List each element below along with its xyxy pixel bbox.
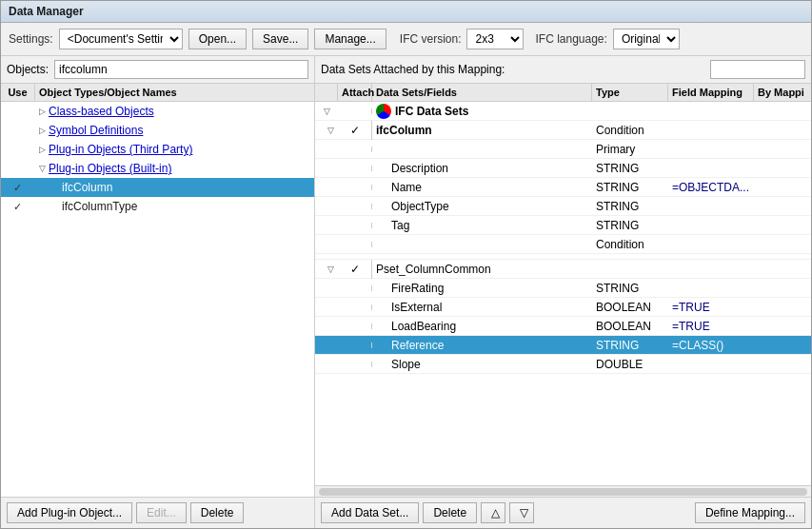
- data-row[interactable]: ObjectType STRING: [315, 197, 811, 216]
- tree-item-label[interactable]: Symbol Definitions: [49, 124, 143, 137]
- data-row[interactable]: Tag STRING: [315, 216, 811, 235]
- type-label: BOOLEAN: [596, 301, 651, 314]
- expand-icon[interactable]: ▽: [315, 107, 338, 116]
- type-label: STRING: [596, 200, 639, 213]
- settings-select[interactable]: <Document's Setting: [59, 29, 183, 49]
- fieldmap-value: =TRUE: [672, 320, 710, 333]
- ifc-language-select[interactable]: Original: [613, 29, 680, 49]
- dataset-name-cell: ifcColumn: [372, 124, 592, 137]
- type-cell: STRING: [592, 282, 668, 295]
- data-row[interactable]: Name STRING =OBJECTDA...: [315, 178, 811, 197]
- type-cell: Primary: [592, 143, 668, 156]
- data-row[interactable]: Description STRING: [315, 159, 811, 178]
- data-manager-window: Data Manager Settings: <Document's Setti…: [0, 0, 812, 529]
- right-search-input[interactable]: [710, 60, 805, 79]
- tree-row-selected[interactable]: ✓ ifcColumn: [1, 178, 314, 197]
- dataset-label: IsExternal: [391, 301, 442, 314]
- type-label: STRING: [596, 162, 639, 175]
- attach-cell: [338, 147, 372, 152]
- tree-item-label[interactable]: Plug-in Objects (Third Party): [49, 143, 192, 156]
- save-button[interactable]: Save...: [252, 29, 308, 49]
- tree-toggle-icon[interactable]: ▷: [35, 143, 49, 156]
- tree-toggle-icon[interactable]: ▷: [35, 105, 49, 118]
- right-panel-footer: Add Data Set... Delete △ ▽ Define Mappin…: [315, 497, 811, 528]
- data-row[interactable]: ▽ ✓ Pset_ColumnCommon: [315, 260, 811, 279]
- left-panel-header: Objects:: [1, 56, 314, 84]
- type-cell: STRING: [592, 162, 668, 175]
- fieldmap-cell: =OBJECTDA...: [668, 181, 754, 194]
- data-row[interactable]: Slope DOUBLE: [315, 355, 811, 374]
- dataset-label: IFC Data Sets: [395, 105, 468, 118]
- data-row[interactable]: LoadBearing BOOLEAN =TRUE: [315, 317, 811, 336]
- data-row[interactable]: ▽ ✓ ifcColumn Condition: [315, 121, 811, 140]
- dataset-label: Reference: [391, 339, 444, 352]
- horizontal-scrollbar[interactable]: [315, 485, 811, 497]
- attach-checkmark: ✓: [350, 263, 360, 276]
- tree-row[interactable]: ▽ Plug-in Objects (Built-in): [1, 159, 314, 178]
- type-label: Condition: [596, 124, 644, 137]
- move-down-button[interactable]: ▽: [509, 502, 534, 523]
- attach-cell: [338, 204, 372, 209]
- tree-row[interactable]: ▷ Class-based Objects: [1, 102, 314, 121]
- data-row[interactable]: Primary: [315, 140, 811, 159]
- data-row-selected[interactable]: Reference STRING =CLASS(): [315, 336, 811, 355]
- define-mapping-button[interactable]: Define Mapping...: [695, 502, 805, 523]
- tree-item-label[interactable]: Class-based Objects: [49, 105, 154, 118]
- tree-row[interactable]: ✓ ifcColumnType: [1, 197, 314, 216]
- col-expand-header: [315, 84, 338, 101]
- left-panel-footer: Add Plug-in Object... Edit... Delete: [1, 497, 314, 528]
- data-row[interactable]: Condition: [315, 235, 811, 254]
- delete-button[interactable]: Delete: [190, 502, 245, 523]
- tree-item-label[interactable]: Plug-in Objects (Built-in): [49, 162, 171, 175]
- tree-use-cell: ✓: [1, 201, 35, 213]
- scroll-thumb[interactable]: [319, 488, 807, 496]
- dataset-name-cell: LoadBearing: [372, 320, 592, 333]
- add-plugin-button[interactable]: Add Plug-in Object...: [7, 502, 132, 523]
- add-dataset-button[interactable]: Add Data Set...: [321, 502, 419, 523]
- dataset-label: LoadBearing: [391, 320, 456, 333]
- move-up-button[interactable]: △: [481, 502, 505, 523]
- data-table-header: Attach Data Sets/Fields Type Field Mappi…: [315, 84, 811, 102]
- dataset-label: Description: [391, 162, 448, 175]
- open-button[interactable]: Open...: [188, 29, 247, 49]
- dataset-name-cell: ObjectType: [372, 200, 592, 213]
- col-fieldmap-header: Field Mapping: [668, 84, 754, 101]
- title-bar: Data Manager: [1, 1, 811, 23]
- tree-row[interactable]: ▷ Plug-in Objects (Third Party): [1, 140, 314, 159]
- data-table[interactable]: Attach Data Sets/Fields Type Field Mappi…: [315, 84, 811, 485]
- fieldmap-value: =CLASS(): [672, 339, 723, 352]
- type-cell: STRING: [592, 181, 668, 194]
- tree-item-label[interactable]: ifcColumn: [62, 181, 112, 194]
- dataset-label: Pset_ColumnCommon: [376, 263, 491, 276]
- tree-row[interactable]: ▷ Symbol Definitions: [1, 121, 314, 140]
- settings-label: Settings:: [9, 32, 53, 46]
- tree-toggle-icon[interactable]: ▷: [35, 124, 49, 137]
- data-row[interactable]: IsExternal BOOLEAN =TRUE: [315, 298, 811, 317]
- expand-icon[interactable]: ▽: [315, 264, 338, 274]
- tree-toggle-icon[interactable]: ▽: [35, 162, 49, 175]
- attach-cell: [338, 343, 372, 348]
- col-type-header: Type: [592, 84, 668, 101]
- tree-body[interactable]: ▷ Class-based Objects ▷ Symbol Definitio…: [1, 102, 314, 497]
- dataset-label: ObjectType: [391, 200, 449, 213]
- tree-col-use: Use: [1, 84, 35, 101]
- col-datasets-header: Data Sets/Fields: [372, 84, 592, 101]
- type-cell: Condition: [592, 124, 668, 137]
- manage-button[interactable]: Manage...: [314, 29, 386, 49]
- edit-button[interactable]: Edit...: [136, 502, 187, 523]
- ifc-version-select[interactable]: 2x3: [466, 29, 524, 49]
- tree-item-label[interactable]: ifcColumnType: [62, 200, 137, 213]
- attach-cell: [338, 242, 372, 247]
- delete-dataset-button[interactable]: Delete: [423, 502, 477, 523]
- attach-cell: [338, 285, 372, 291]
- data-row[interactable]: ▽ IFC Data Sets: [315, 102, 811, 121]
- expand-icon[interactable]: ▽: [315, 126, 338, 135]
- type-label: DOUBLE: [596, 358, 643, 371]
- dataset-name-cell: FireRating: [372, 282, 592, 295]
- objects-label: Objects:: [7, 63, 49, 76]
- attach-cell: [338, 108, 372, 114]
- tree-toggle-icon: [35, 200, 49, 213]
- objects-search-input[interactable]: [54, 60, 308, 79]
- data-row[interactable]: FireRating STRING: [315, 279, 811, 298]
- type-label: Condition: [596, 238, 644, 251]
